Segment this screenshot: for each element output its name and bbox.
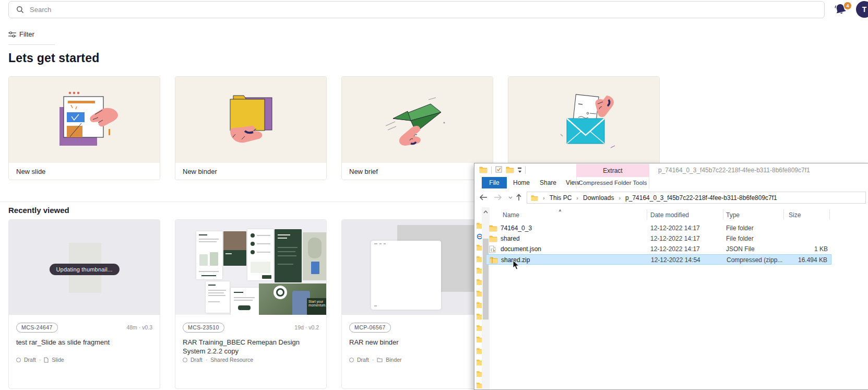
get-started-heading: Lets get started — [8, 51, 99, 65]
file-type: Compressed (zipp... — [727, 256, 782, 264]
tab-share[interactable]: Share — [536, 177, 560, 188]
recent-card-3[interactable]: MCP-06567 RAR new binder Draft · Binder — [341, 219, 493, 389]
folder-icon — [489, 235, 497, 244]
status-label: Draft — [357, 357, 369, 363]
recent-card-2-badge: MCS-23510 — [183, 323, 224, 333]
status-dot-icon — [183, 358, 187, 362]
file-type: File folder — [726, 235, 754, 242]
sort-ascending-icon: ▲ — [558, 208, 562, 212]
new-brief-label: New brief — [342, 163, 493, 180]
kind-label: Slide — [52, 357, 64, 363]
quick-access-toolbar — [479, 163, 526, 177]
address-box[interactable]: › This PC › Downloads › p_74164_0_3_f45b… — [527, 192, 866, 204]
recent-card-1-meta: 48m · v0.3 — [126, 324, 152, 330]
recent-card-1-thumbnail: Updating thumbnail... — [9, 220, 160, 315]
new-binder-illustration — [175, 77, 326, 164]
column-date-modified[interactable]: Date modified — [650, 211, 689, 219]
file-explorer-window: Extract p_74164_0_3_f45b7c22-218f-4fee-b… — [474, 163, 868, 390]
notification-count-badge: 4 — [843, 2, 852, 10]
explorer-titlebar[interactable]: Extract p_74164_0_3_f45b7c22-218f-4fee-b… — [474, 163, 868, 177]
qat-customize-icon[interactable] — [518, 168, 521, 173]
mouse-cursor — [513, 260, 520, 273]
binder-kind-icon — [377, 357, 383, 362]
notifications-button[interactable]: 4 — [834, 3, 853, 19]
recent-card-2[interactable]: Start your momentum... MCS-23510 19d · v… — [175, 219, 327, 389]
file-type: JSON File — [726, 245, 755, 253]
column-type[interactable]: Type — [726, 211, 740, 219]
recent-card-1-status: Draft · Slide — [16, 357, 64, 363]
file-list-area: ▲ Name Date modified Type Size 74164_0_3… — [474, 207, 868, 389]
navigation-pane-clipped[interactable] — [474, 207, 482, 389]
file-date: 12-12-2022 14:17 — [650, 235, 700, 242]
properties-icon[interactable] — [495, 166, 502, 174]
tab-compressed-folder-tools[interactable]: Compressed Folder Tools — [576, 177, 649, 188]
recent-card-2-thumbnail: Start your momentum... — [175, 220, 326, 315]
kind-label: Shared Resource — [210, 357, 253, 363]
recent-card-1-title[interactable]: test rar_Slide as slide fragment — [16, 338, 147, 347]
filter-button[interactable]: Filter — [8, 30, 34, 38]
filter-icon — [8, 31, 16, 38]
file-row-document-json[interactable]: {} document.json 12-12-2022 14:17 JSON F… — [486, 244, 831, 254]
folder-icon — [489, 224, 497, 233]
updating-thumbnail-pill: Updating thumbnail... — [49, 264, 119, 275]
column-size[interactable]: Size — [789, 211, 801, 219]
recent-card-3-title[interactable]: RAR new binder — [349, 338, 480, 347]
new-binder-label: New binder — [175, 163, 326, 180]
file-date: 12-12-2022 14:17 — [650, 224, 700, 232]
filter-underline — [8, 44, 55, 45]
recent-card-1-badge: MCS-24647 — [16, 323, 58, 333]
file-row-shared[interactable]: shared 12-12-2022 14:17 File folder — [486, 233, 831, 244]
file-date: 12-12-2022 14:54 — [651, 256, 700, 264]
new-brief-illustration — [342, 77, 493, 164]
zip-file-icon — [490, 256, 498, 265]
qat-separator — [525, 167, 526, 174]
breadcrumb-current-folder[interactable]: p_74164_0_3_f45b7c22-218f-4fee-b311-8b6f… — [625, 194, 777, 202]
recent-card-2-status: Draft · Shared Resource — [183, 357, 253, 363]
breadcrumb-downloads[interactable]: Downloads — [583, 194, 614, 202]
breadcrumb-this-pc[interactable]: This PC — [550, 194, 572, 202]
file-name[interactable]: shared — [501, 235, 520, 242]
recent-card-3-badge: MCP-06567 — [349, 323, 391, 333]
tab-home[interactable]: Home — [509, 177, 534, 188]
file-name[interactable]: 74164_0_3 — [501, 224, 532, 232]
json-file-icon: {} — [489, 245, 496, 255]
svg-text:{}: {} — [491, 248, 495, 252]
onedrive-icon — [477, 233, 482, 240]
file-date: 12-12-2022 14:17 — [650, 245, 700, 253]
recent-card-1[interactable]: Updating thumbnail... MCS-24647 48m · v0… — [8, 219, 160, 389]
new-binder-card[interactable]: New binder — [175, 76, 327, 180]
recent-card-2-meta: 19d · v0.2 — [294, 324, 319, 330]
kind-label: Binder — [386, 357, 401, 363]
up-button[interactable] — [514, 193, 524, 202]
ribbon-tabs: File Home Share View Compressed Folder T… — [474, 177, 868, 189]
new-slide-card[interactable]: New slide — [8, 76, 160, 180]
tab-file[interactable]: File — [482, 177, 507, 188]
scroll-up-icon[interactable] — [483, 210, 488, 214]
window-title: p_74164_0_3_f45b7c22-218f-4fee-b311-8b6f… — [658, 163, 810, 177]
new-slide-illustration — [9, 77, 160, 164]
file-name[interactable]: document.json — [501, 245, 541, 253]
address-folder-icon — [531, 195, 538, 201]
search-icon — [16, 6, 24, 14]
status-label: Draft — [191, 357, 203, 363]
search-input[interactable] — [29, 5, 758, 14]
extract-contextual-group[interactable]: Extract — [576, 164, 649, 177]
explorer-app-icon — [479, 166, 487, 175]
new-folder-icon[interactable] — [506, 166, 514, 175]
file-row-74164-0-3[interactable]: 74164_0_3 12-12-2022 14:17 File folder — [486, 223, 831, 233]
recent-card-2-title[interactable]: RAR Training_BBEC Remepan Design System … — [183, 338, 313, 356]
address-bar-row: › This PC › Downloads › p_74164_0_3_f45b… — [474, 188, 868, 207]
column-name[interactable]: Name — [503, 211, 519, 219]
forward-button[interactable] — [493, 193, 503, 202]
file-size: 16.494 KB — [798, 256, 827, 264]
new-brief-card[interactable]: New brief — [341, 76, 493, 180]
avatar[interactable]: T — [856, 1, 868, 18]
filter-label: Filter — [19, 30, 34, 38]
qat-separator — [491, 167, 492, 174]
search-bar[interactable] — [8, 1, 825, 18]
file-row-shared-zip-selected[interactable]: shared.zip 12-12-2022 14:54 Compressed (… — [486, 254, 831, 265]
back-button[interactable] — [479, 193, 488, 202]
thumb-caption: Start your momentum... — [308, 300, 325, 307]
status-label: Draft — [24, 357, 36, 363]
status-dot-icon — [349, 358, 354, 362]
